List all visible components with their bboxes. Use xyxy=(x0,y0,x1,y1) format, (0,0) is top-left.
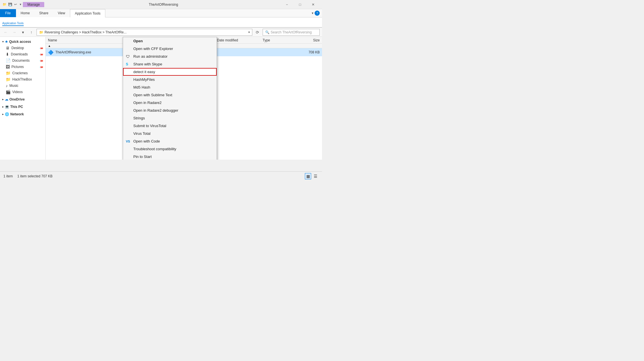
minimize-button[interactable]: − xyxy=(280,0,293,9)
videos-icon: 🎬 xyxy=(6,90,11,94)
ribbon-content: Application Tools xyxy=(0,17,322,27)
downloads-icon: ⬇ xyxy=(6,52,9,57)
ctx-strings[interactable]: Strings xyxy=(123,114,217,122)
column-type[interactable]: Type xyxy=(263,38,297,42)
onedrive-label: OneDrive xyxy=(9,97,25,101)
ctx-sublime[interactable]: Open with Sublime Text xyxy=(123,91,217,99)
ctx-detect-it-easy[interactable]: detect it easy xyxy=(123,68,217,76)
ctx-open-label: Open xyxy=(133,39,143,43)
ctx-pin-start-label: Pin to Start xyxy=(133,155,152,159)
ctx-open-cff[interactable]: Open with CFF Explorer xyxy=(123,45,217,53)
undo-icon[interactable]: ↩ xyxy=(13,2,18,7)
sidebar-item-music[interactable]: ♪ Music xyxy=(0,83,45,89)
sidebar-item-label: Desktop xyxy=(11,46,24,50)
sidebar-header-quick-access[interactable]: ▾ ★ Quick access xyxy=(0,39,45,45)
app-icon: 📁 xyxy=(2,2,7,7)
search-icon: 🔍 xyxy=(265,30,269,34)
sidebar-header-thispc[interactable]: ▸ 💻 This PC xyxy=(0,104,45,110)
ctx-run-admin-label: Run as administrator xyxy=(133,54,168,59)
thispc-label: This PC xyxy=(10,105,23,109)
sidebar-item-label: Pictures xyxy=(11,65,24,69)
folder-icon: 📁 xyxy=(6,71,11,75)
sidebar-item-crackmes[interactable]: 📁 Crackmes xyxy=(0,70,45,76)
title-bar-path: TheArtOfReversing xyxy=(47,3,280,7)
pin-icon: 📌 xyxy=(39,58,44,63)
dropdown-icon[interactable]: ▾ xyxy=(18,2,23,7)
search-placeholder: Search TheArtOfReversing xyxy=(271,30,312,34)
ctx-radare2-debug[interactable]: Open in Radare2 debugger xyxy=(123,107,217,114)
save-icon[interactable]: 💾 xyxy=(8,2,13,7)
ctx-share-skype[interactable]: S Share with Skype xyxy=(123,60,217,68)
context-menu: Open Open with CFF Explorer 🛡 Run as adm… xyxy=(123,37,217,160)
sidebar-item-pictures[interactable]: 🖼 Pictures 📌 xyxy=(0,64,45,70)
back-button[interactable]: ← xyxy=(2,29,9,36)
pictures-icon: 🖼 xyxy=(6,65,10,69)
column-date[interactable]: Date modified xyxy=(217,38,263,42)
chevron-down-icon: ▾ xyxy=(2,40,4,43)
sidebar-item-downloads[interactable]: ⬇ Downloads 📌 xyxy=(0,51,45,57)
ctx-open-cff-label: Open with CFF Explorer xyxy=(133,47,173,51)
ctx-run-admin[interactable]: 🛡 Run as administrator xyxy=(123,53,217,60)
ribbon-tabs: File Home Share View Application Tools ▾… xyxy=(0,9,322,17)
ctx-virustotal[interactable]: Virus Total xyxy=(123,130,217,137)
search-box[interactable]: 🔍 Search TheArtOfReversing xyxy=(263,29,320,36)
forward-button[interactable]: → xyxy=(11,29,18,36)
ctx-vscode[interactable]: VS Open with Code xyxy=(123,137,217,145)
file-area: Name Date modified Type Size ▲ 🔷 TheArtO… xyxy=(46,37,322,160)
selected-info: 1 item selected 707 KB xyxy=(17,174,53,178)
sidebar-item-desktop[interactable]: 🖥 Desktop 📌 xyxy=(0,45,45,51)
ctx-md5hash[interactable]: Md5 Hash xyxy=(123,83,217,91)
list-view-button[interactable]: ☰ xyxy=(312,173,319,179)
ribbon-expand-icon[interactable]: ▾ xyxy=(312,11,313,15)
ctx-detect-it-easy-label: detect it easy xyxy=(133,70,155,74)
ctx-hashmyfiles[interactable]: HashMyFiles xyxy=(123,76,217,83)
ctx-open[interactable]: Open xyxy=(123,37,217,45)
network-label: Network xyxy=(10,112,24,116)
pin-icon: 📌 xyxy=(39,46,44,50)
maximize-button[interactable]: □ xyxy=(293,0,307,9)
ctx-radare2-label: Open in Radare2 xyxy=(133,101,162,105)
collapse-icon[interactable]: ▲ xyxy=(48,44,51,47)
view-toggle: ▦ ☰ xyxy=(305,173,319,179)
tab-home[interactable]: Home xyxy=(16,9,35,17)
ctx-submit-vt[interactable]: Submit to VirusTotal xyxy=(123,122,217,130)
window-controls: − □ ✕ xyxy=(280,0,320,9)
tab-application-tools[interactable]: Application Tools xyxy=(70,9,105,17)
ribbon-help-icon[interactable]: ? xyxy=(315,11,320,16)
ctx-troubleshoot[interactable]: Troubleshoot compatibility xyxy=(123,145,217,153)
sidebar-item-hackthebox[interactable]: 📁 HackTheBox xyxy=(0,76,45,83)
manage-tab[interactable]: Manage xyxy=(23,2,44,7)
ribbon: File Home Share View Application Tools ▾… xyxy=(0,9,322,28)
music-icon: ♪ xyxy=(6,83,8,88)
sidebar-item-label: Videos xyxy=(12,90,23,94)
ctx-troubleshoot-label: Troubleshoot compatibility xyxy=(133,147,176,151)
address-path[interactable]: 📁 Reversing Challenges > HackTheBox > Th… xyxy=(37,29,252,36)
chevron-right-icon: ▸ xyxy=(2,113,4,116)
up-button[interactable]: ↑ xyxy=(28,29,35,36)
tab-view[interactable]: View xyxy=(53,9,70,17)
chevron-right-icon: ▸ xyxy=(2,98,4,101)
tab-share[interactable]: Share xyxy=(35,9,53,17)
sidebar-section-thispc: ▸ 💻 This PC xyxy=(0,103,45,111)
title-bar: 📁 💾 ↩ ▾ Manage TheArtOfReversing − □ ✕ xyxy=(0,0,322,9)
sidebar-item-documents[interactable]: 📄 Documents 📌 xyxy=(0,57,45,64)
ctx-radare2[interactable]: Open in Radare2 xyxy=(123,99,217,107)
tab-file[interactable]: File xyxy=(0,9,16,17)
sidebar-item-videos[interactable]: 🎬 Videos xyxy=(0,89,45,95)
close-button[interactable]: ✕ xyxy=(307,0,320,9)
documents-icon: 📄 xyxy=(6,58,11,63)
detail-view-button[interactable]: ▦ xyxy=(305,173,311,179)
sidebar-header-network[interactable]: ▸ 🌐 Network xyxy=(0,111,45,117)
dropdown-button[interactable]: ▾ xyxy=(19,29,26,36)
onedrive-icon: ☁ xyxy=(5,97,8,101)
sidebar: ▾ ★ Quick access 🖥 Desktop 📌 ⬇ Downloads… xyxy=(0,37,46,160)
sidebar-item-label: HackTheBox xyxy=(12,77,32,81)
sidebar-section-network: ▸ 🌐 Network xyxy=(0,111,45,118)
address-dropdown-icon[interactable]: ▾ xyxy=(248,31,250,34)
sidebar-header-onedrive[interactable]: ▸ ☁ OneDrive xyxy=(0,96,45,103)
refresh-button[interactable]: ⟳ xyxy=(254,29,261,36)
column-size[interactable]: Size xyxy=(297,38,320,42)
ctx-pin-start[interactable]: Pin to Start xyxy=(123,153,217,160)
desktop-icon: 🖥 xyxy=(6,46,10,50)
ctx-share-skype-label: Share with Skype xyxy=(133,62,162,66)
